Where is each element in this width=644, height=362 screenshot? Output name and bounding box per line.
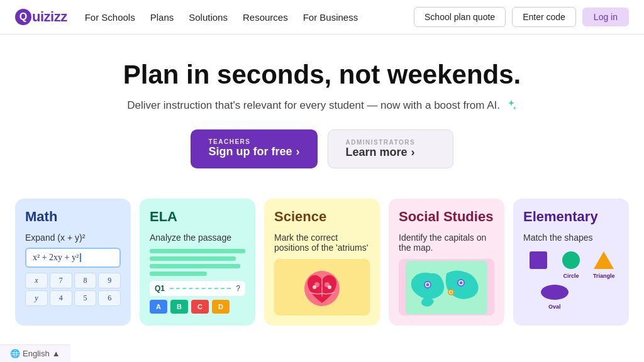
science-card-subtitle: Mark the correct positions of the 'atriu…: [274, 233, 370, 253]
chevron-right-icon: ›: [296, 145, 300, 158]
ela-card-subtitle: Analyze the passage: [150, 233, 245, 243]
signup-teachers-button[interactable]: TEACHERS Sign up for free ›: [191, 129, 317, 168]
teachers-label-main: Sign up for free ›: [208, 145, 299, 158]
triangle-label: Triangle: [593, 273, 615, 279]
chevron-right-icon-2: ›: [411, 146, 415, 159]
math-key-4: 4: [50, 290, 72, 306]
admins-label-top: ADMINISTRATORS: [346, 139, 416, 146]
svg-point-16: [541, 285, 569, 300]
elem-shapes-grid: Circle Triangle Oval: [523, 249, 619, 310]
social-studies-card[interactable]: Social Studies Identify the capitals on …: [389, 199, 504, 326]
math-key-y: y: [25, 290, 48, 306]
elementary-card[interactable]: Elementary Match the shapes Circle Trian…: [513, 199, 629, 326]
math-key-6: 6: [98, 290, 121, 306]
nav-for-business[interactable]: For Business: [303, 12, 358, 23]
elem-card-title: Elementary: [523, 209, 619, 225]
oval-label: Oval: [548, 304, 561, 310]
ai-sparkle-icon: [506, 99, 517, 113]
teachers-label-top: TEACHERS: [208, 138, 250, 145]
logo-text: uizizz: [32, 9, 67, 25]
elem-card-subtitle: Match the shapes: [523, 233, 619, 243]
ela-options: A B C D: [150, 300, 245, 314]
enter-code-button[interactable]: Enter code: [512, 7, 576, 27]
nav-actions: School plan quote Enter code Log in: [414, 7, 629, 27]
science-card[interactable]: Science Mark the correct positions of th…: [264, 199, 380, 326]
language-label[interactable]: English: [23, 349, 50, 358]
login-button[interactable]: Log in: [582, 8, 629, 26]
ela-text-lines: [150, 249, 245, 276]
science-card-title: Science: [274, 209, 370, 225]
hero-subheadline: Deliver instruction that's relevant for …: [13, 99, 631, 113]
svg-point-5: [328, 285, 331, 289]
svg-rect-13: [530, 251, 547, 269]
logo-q-icon: Q: [15, 9, 31, 25]
math-card-title: Math: [25, 209, 121, 225]
math-card-subtitle: Expand (x + y)²: [25, 233, 121, 243]
math-key-x: x: [25, 273, 48, 288]
admins-label-main: Learn more ›: [346, 146, 415, 159]
footer-bar: 🌐 English ▲: [0, 344, 70, 362]
navbar: Q uizizz For Schools Plans Solutions Res…: [0, 0, 644, 35]
svg-point-10: [460, 281, 463, 284]
math-keyboard: x 7 8 9 y 4 5 6: [25, 273, 121, 306]
svg-marker-15: [594, 251, 614, 269]
subject-cards: Math Expand (x + y)² x² + 2xy + y² x 7 8…: [0, 186, 644, 338]
elem-shape-oval: Oval: [523, 282, 586, 310]
social-card-title: Social Studies: [399, 209, 494, 225]
ela-card-title: ELA: [150, 209, 245, 225]
elem-shape-square: [523, 249, 553, 279]
school-plan-quote-button[interactable]: School plan quote: [414, 7, 506, 27]
circle-label: Circle: [563, 273, 579, 279]
nav-for-schools[interactable]: For Schools: [85, 12, 135, 23]
ela-question: Q1 ?: [150, 281, 245, 296]
math-answer-box: x² + 2xy + y²: [25, 248, 121, 268]
math-key-7: 7: [50, 273, 72, 288]
ela-option-d: D: [212, 300, 230, 314]
svg-point-14: [562, 251, 580, 269]
ela-option-c: C: [191, 300, 209, 314]
nav-resources[interactable]: Resources: [243, 12, 288, 23]
ela-option-a: A: [150, 300, 167, 314]
svg-point-4: [313, 285, 316, 289]
elem-shape-circle: Circle: [556, 249, 586, 279]
ela-option-b: B: [170, 300, 188, 314]
math-key-9: 9: [98, 273, 121, 288]
hero-headline: Plan in seconds, not weekends.: [13, 60, 631, 90]
nav-solutions[interactable]: Solutions: [189, 12, 228, 23]
science-heart-image: [274, 259, 370, 315]
social-map-image: [399, 259, 494, 315]
math-key-8: 8: [74, 273, 97, 288]
svg-point-8: [426, 283, 430, 286]
language-flag-icon: 🌐: [10, 349, 20, 358]
svg-point-12: [450, 291, 452, 293]
elem-shape-triangle: Triangle: [589, 249, 619, 279]
social-card-subtitle: Identify the capitals on the map.: [399, 233, 494, 253]
language-dropdown-icon: ▲: [52, 349, 60, 358]
logo[interactable]: Q uizizz: [15, 9, 67, 25]
hero-buttons: TEACHERS Sign up for free › ADMINISTRATO…: [13, 129, 631, 168]
math-key-5: 5: [74, 290, 97, 306]
nav-links: For Schools Plans Solutions Resources Fo…: [85, 12, 414, 23]
math-card[interactable]: Math Expand (x + y)² x² + 2xy + y² x 7 8…: [15, 199, 131, 326]
nav-plans[interactable]: Plans: [150, 12, 174, 23]
learn-more-admins-button[interactable]: ADMINISTRATORS Learn more ›: [328, 129, 453, 168]
hero-section: Plan in seconds, not weekends. Deliver i…: [0, 35, 644, 186]
ela-card[interactable]: ELA Analyze the passage Q1 ? A B C D: [140, 199, 255, 326]
